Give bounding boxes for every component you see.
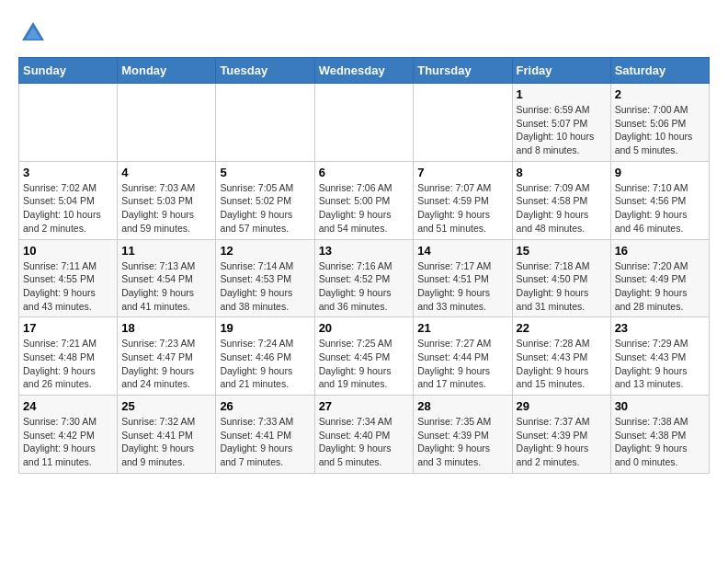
calendar-cell: 15Sunrise: 7:18 AM Sunset: 4:50 PM Dayli… bbox=[512, 239, 610, 317]
calendar-cell: 14Sunrise: 7:17 AM Sunset: 4:51 PM Dayli… bbox=[414, 239, 512, 317]
day-number: 5 bbox=[220, 166, 310, 179]
logo bbox=[18, 18, 51, 48]
calendar-cell: 9Sunrise: 7:10 AM Sunset: 4:56 PM Daylig… bbox=[610, 161, 709, 239]
calendar-cell bbox=[414, 84, 512, 162]
day-info: Sunrise: 7:27 AM Sunset: 4:44 PM Dayligh… bbox=[417, 337, 507, 391]
calendar-cell: 23Sunrise: 7:29 AM Sunset: 4:43 PM Dayli… bbox=[610, 317, 709, 396]
day-info: Sunrise: 7:38 AM Sunset: 4:38 PM Dayligh… bbox=[615, 415, 705, 469]
weekday-header-wednesday: Wednesday bbox=[314, 58, 414, 84]
calendar-week-4: 17Sunrise: 7:21 AM Sunset: 4:48 PM Dayli… bbox=[19, 317, 710, 396]
day-number: 8 bbox=[517, 166, 607, 179]
calendar-cell bbox=[216, 84, 314, 162]
day-info: Sunrise: 7:23 AM Sunset: 4:47 PM Dayligh… bbox=[121, 337, 211, 391]
day-info: Sunrise: 7:06 AM Sunset: 5:00 PM Dayligh… bbox=[319, 181, 410, 236]
day-info: Sunrise: 7:11 AM Sunset: 4:55 PM Dayligh… bbox=[23, 259, 113, 314]
weekday-header-friday: Friday bbox=[512, 58, 610, 84]
calendar-cell: 4Sunrise: 7:03 AM Sunset: 5:03 PM Daylig… bbox=[118, 161, 216, 239]
calendar-body: 1Sunrise: 6:59 AM Sunset: 5:07 PM Daylig… bbox=[19, 84, 710, 474]
day-info: Sunrise: 7:21 AM Sunset: 4:48 PM Dayligh… bbox=[23, 337, 113, 391]
day-number: 15 bbox=[517, 244, 607, 258]
calendar-cell: 13Sunrise: 7:16 AM Sunset: 4:52 PM Dayli… bbox=[314, 239, 414, 317]
day-number: 22 bbox=[517, 321, 607, 335]
day-number: 27 bbox=[319, 399, 410, 413]
day-info: Sunrise: 7:10 AM Sunset: 4:56 PM Dayligh… bbox=[615, 181, 705, 236]
day-number: 10 bbox=[23, 244, 113, 258]
calendar-cell: 1Sunrise: 6:59 AM Sunset: 5:07 PM Daylig… bbox=[512, 84, 610, 162]
day-info: Sunrise: 7:34 AM Sunset: 4:40 PM Dayligh… bbox=[319, 415, 410, 469]
day-number: 16 bbox=[615, 244, 705, 258]
day-number: 7 bbox=[417, 166, 507, 179]
day-number: 13 bbox=[319, 244, 410, 258]
weekday-header-tuesday: Tuesday bbox=[216, 58, 314, 84]
day-number: 28 bbox=[417, 399, 507, 413]
calendar-cell: 5Sunrise: 7:05 AM Sunset: 5:02 PM Daylig… bbox=[216, 161, 314, 239]
calendar-cell: 11Sunrise: 7:13 AM Sunset: 4:54 PM Dayli… bbox=[118, 239, 216, 317]
day-info: Sunrise: 7:33 AM Sunset: 4:41 PM Dayligh… bbox=[220, 415, 310, 469]
day-number: 6 bbox=[319, 166, 410, 179]
page-header bbox=[18, 18, 710, 48]
day-number: 2 bbox=[615, 87, 705, 101]
day-number: 11 bbox=[121, 244, 211, 258]
calendar-week-2: 3Sunrise: 7:02 AM Sunset: 5:04 PM Daylig… bbox=[19, 161, 710, 239]
calendar-cell: 29Sunrise: 7:37 AM Sunset: 4:39 PM Dayli… bbox=[512, 396, 610, 474]
weekday-header-monday: Monday bbox=[118, 58, 216, 84]
day-number: 18 bbox=[121, 321, 211, 335]
day-number: 12 bbox=[220, 244, 310, 258]
day-number: 23 bbox=[615, 321, 705, 335]
day-info: Sunrise: 7:20 AM Sunset: 4:49 PM Dayligh… bbox=[615, 259, 705, 314]
day-number: 3 bbox=[23, 166, 113, 179]
day-info: Sunrise: 7:37 AM Sunset: 4:39 PM Dayligh… bbox=[517, 415, 607, 469]
day-info: Sunrise: 7:29 AM Sunset: 4:43 PM Dayligh… bbox=[615, 337, 705, 391]
calendar-cell: 20Sunrise: 7:25 AM Sunset: 4:45 PM Dayli… bbox=[314, 317, 414, 396]
day-info: Sunrise: 7:25 AM Sunset: 4:45 PM Dayligh… bbox=[319, 337, 410, 391]
day-info: Sunrise: 7:18 AM Sunset: 4:50 PM Dayligh… bbox=[517, 259, 607, 314]
calendar-cell: 27Sunrise: 7:34 AM Sunset: 4:40 PM Dayli… bbox=[314, 396, 414, 474]
day-number: 25 bbox=[121, 399, 211, 413]
day-info: Sunrise: 7:30 AM Sunset: 4:42 PM Dayligh… bbox=[23, 415, 113, 469]
day-number: 21 bbox=[417, 321, 507, 335]
day-info: Sunrise: 7:00 AM Sunset: 5:06 PM Dayligh… bbox=[615, 103, 705, 157]
calendar-cell: 2Sunrise: 7:00 AM Sunset: 5:06 PM Daylig… bbox=[610, 84, 709, 162]
calendar-cell: 22Sunrise: 7:28 AM Sunset: 4:43 PM Dayli… bbox=[512, 317, 610, 396]
day-number: 9 bbox=[615, 166, 705, 179]
calendar-cell: 19Sunrise: 7:24 AM Sunset: 4:46 PM Dayli… bbox=[216, 317, 314, 396]
day-info: Sunrise: 7:13 AM Sunset: 4:54 PM Dayligh… bbox=[121, 259, 211, 314]
calendar-cell: 24Sunrise: 7:30 AM Sunset: 4:42 PM Dayli… bbox=[19, 396, 118, 474]
calendar-cell: 7Sunrise: 7:07 AM Sunset: 4:59 PM Daylig… bbox=[414, 161, 512, 239]
calendar-cell: 12Sunrise: 7:14 AM Sunset: 4:53 PM Dayli… bbox=[216, 239, 314, 317]
day-number: 30 bbox=[615, 399, 705, 413]
calendar-cell: 18Sunrise: 7:23 AM Sunset: 4:47 PM Dayli… bbox=[118, 317, 216, 396]
calendar-week-3: 10Sunrise: 7:11 AM Sunset: 4:55 PM Dayli… bbox=[19, 239, 710, 317]
calendar-cell: 28Sunrise: 7:35 AM Sunset: 4:39 PM Dayli… bbox=[414, 396, 512, 474]
weekday-header-thursday: Thursday bbox=[414, 58, 512, 84]
weekday-header-sunday: Sunday bbox=[19, 58, 118, 84]
calendar-cell: 16Sunrise: 7:20 AM Sunset: 4:49 PM Dayli… bbox=[610, 239, 709, 317]
day-number: 1 bbox=[517, 87, 607, 101]
calendar-cell bbox=[314, 84, 414, 162]
calendar-cell: 10Sunrise: 7:11 AM Sunset: 4:55 PM Dayli… bbox=[19, 239, 118, 317]
day-number: 19 bbox=[220, 321, 310, 335]
day-info: Sunrise: 7:09 AM Sunset: 4:58 PM Dayligh… bbox=[517, 181, 607, 236]
weekday-header-saturday: Saturday bbox=[610, 58, 709, 84]
calendar-cell: 6Sunrise: 7:06 AM Sunset: 5:00 PM Daylig… bbox=[314, 161, 414, 239]
logo-icon bbox=[18, 18, 48, 48]
calendar-cell: 17Sunrise: 7:21 AM Sunset: 4:48 PM Dayli… bbox=[19, 317, 118, 396]
day-info: Sunrise: 7:16 AM Sunset: 4:52 PM Dayligh… bbox=[319, 259, 410, 314]
day-number: 17 bbox=[23, 321, 113, 335]
day-info: Sunrise: 7:24 AM Sunset: 4:46 PM Dayligh… bbox=[220, 337, 310, 391]
calendar-cell: 30Sunrise: 7:38 AM Sunset: 4:38 PM Dayli… bbox=[610, 396, 709, 474]
calendar-table: SundayMondayTuesdayWednesdayThursdayFrid… bbox=[18, 57, 710, 474]
day-info: Sunrise: 7:17 AM Sunset: 4:51 PM Dayligh… bbox=[417, 259, 507, 314]
day-info: Sunrise: 7:07 AM Sunset: 4:59 PM Dayligh… bbox=[417, 181, 507, 236]
day-number: 24 bbox=[23, 399, 113, 413]
calendar-cell: 8Sunrise: 7:09 AM Sunset: 4:58 PM Daylig… bbox=[512, 161, 610, 239]
day-info: Sunrise: 6:59 AM Sunset: 5:07 PM Dayligh… bbox=[517, 103, 607, 157]
calendar-cell bbox=[19, 84, 118, 162]
day-info: Sunrise: 7:03 AM Sunset: 5:03 PM Dayligh… bbox=[121, 181, 211, 236]
weekday-row: SundayMondayTuesdayWednesdayThursdayFrid… bbox=[19, 58, 710, 84]
day-info: Sunrise: 7:14 AM Sunset: 4:53 PM Dayligh… bbox=[220, 259, 310, 314]
day-number: 20 bbox=[319, 321, 410, 335]
day-info: Sunrise: 7:32 AM Sunset: 4:41 PM Dayligh… bbox=[121, 415, 211, 469]
day-info: Sunrise: 7:02 AM Sunset: 5:04 PM Dayligh… bbox=[23, 181, 113, 236]
day-number: 4 bbox=[121, 166, 211, 179]
